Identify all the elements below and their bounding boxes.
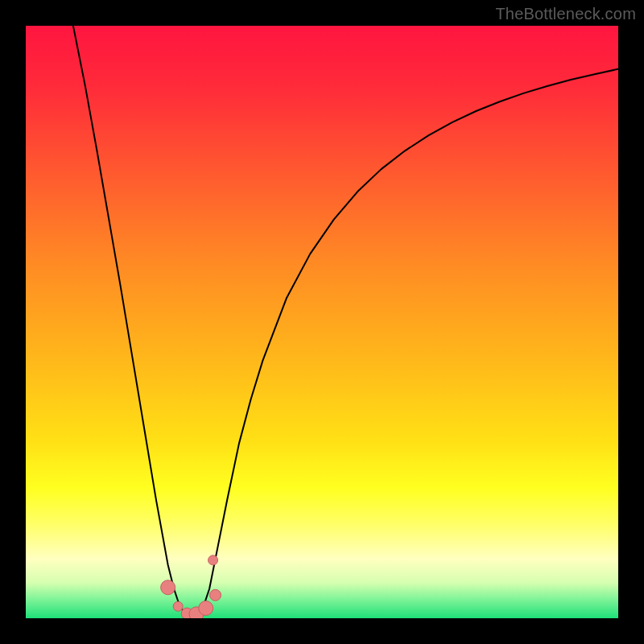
near-optimum-marker xyxy=(210,589,221,601)
chart-frame: TheBottleneck.com xyxy=(0,0,644,644)
chart-svg xyxy=(26,26,618,618)
near-optimum-marker xyxy=(173,601,183,611)
watermark-text: TheBottleneck.com xyxy=(495,5,636,23)
gradient-background xyxy=(26,26,618,618)
near-optimum-marker xyxy=(161,580,175,595)
plot-area xyxy=(26,26,618,618)
near-optimum-marker xyxy=(208,555,218,565)
near-optimum-marker xyxy=(199,601,213,615)
